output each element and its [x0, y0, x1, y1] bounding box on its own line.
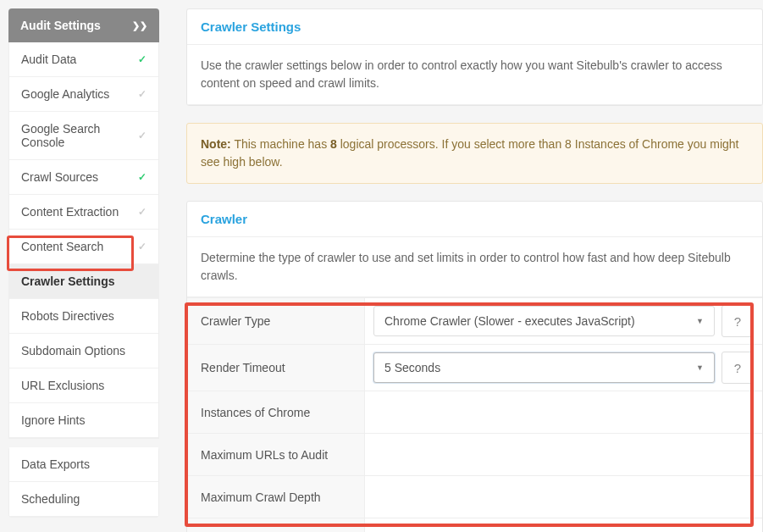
sidebar-item-label: Audit Data: [21, 53, 76, 66]
row-crawler-type: Crawler Type Chrome Crawler (Slower - ex…: [187, 297, 762, 344]
select-value: 5 Seconds: [384, 361, 440, 374]
label-max-urls: Maximum URLs to Audit: [187, 434, 365, 475]
sidebar-item-label: Ignore Hints: [21, 413, 85, 427]
check-icon: ✓: [138, 206, 147, 218]
select-render-timeout[interactable]: 5 Seconds ▼: [373, 352, 715, 383]
row-cookies: Enable Cookies ?: [187, 518, 762, 532]
sidebar-list-main: Audit Data✓Google Analytics✓Google Searc…: [8, 42, 159, 439]
label-instances: Instances of Chrome: [187, 391, 365, 433]
sidebar-item[interactable]: Data Exports: [9, 447, 158, 482]
sidebar-item[interactable]: Scheduling: [9, 482, 158, 517]
panel-crawler-settings: Crawler Settings Use the crawler setting…: [186, 8, 763, 106]
panel-desc: Use the crawler settings below in order …: [187, 45, 762, 105]
sidebar-item-label: Content Search: [21, 240, 103, 253]
note-text-a: This machine has: [231, 137, 330, 151]
sidebar-item[interactable]: URL Exclusions: [9, 369, 158, 403]
sidebar-item[interactable]: Crawl Sources✓: [9, 160, 158, 195]
check-icon: ✓: [138, 53, 147, 65]
sidebar-item-label: Subdomain Options: [21, 344, 125, 357]
label-max-depth: Maximum Crawl Depth: [187, 476, 365, 518]
label-cookies: Enable Cookies ?: [187, 518, 365, 532]
caret-down-icon: ▼: [696, 363, 704, 372]
check-icon: ✓: [138, 130, 147, 141]
sidebar-item-label: Data Exports: [21, 457, 90, 471]
sidebar-item-label: Scheduling: [21, 492, 80, 506]
crawler-panel-title: Crawler: [187, 202, 762, 237]
row-max-urls: Maximum URLs to Audit: [187, 433, 762, 475]
sidebar-item[interactable]: Crawler Settings: [9, 264, 158, 299]
chevron-down-icon: ❯❯: [132, 20, 147, 31]
main-content: Crawler Settings Use the crawler setting…: [168, 0, 763, 532]
sidebar-item[interactable]: Ignore Hints: [9, 403, 158, 438]
sidebar-item-label: Google Search Console: [21, 122, 138, 149]
sidebar-header[interactable]: Audit Settings ❯❯: [8, 8, 159, 42]
check-icon: ✓: [138, 241, 147, 252]
sidebar-item-label: Google Analytics: [21, 87, 109, 101]
note-bold: 8: [330, 137, 337, 151]
row-instances: Instances of Chrome: [187, 391, 762, 433]
note-prefix: Note:: [201, 137, 231, 151]
sidebar-item-label: Crawler Settings: [21, 274, 114, 288]
row-render-timeout: Render Timeout 5 Seconds ▼ ?: [187, 344, 762, 391]
sidebar-item[interactable]: Robots Directives: [9, 299, 158, 334]
sidebar: Audit Settings ❯❯ Audit Data✓Google Anal…: [0, 0, 168, 532]
sidebar-item-label: Robots Directives: [21, 309, 114, 323]
check-icon: ✓: [138, 88, 147, 100]
caret-down-icon: ▼: [696, 317, 704, 325]
sidebar-item-label: URL Exclusions: [21, 379, 104, 392]
note-box: Note: This machine has 8 logical process…: [186, 123, 763, 184]
select-crawler-type[interactable]: Chrome Crawler (Slower - executes JavaSc…: [373, 306, 715, 336]
row-max-depth: Maximum Crawl Depth: [187, 475, 762, 518]
sidebar-item[interactable]: Subdomain Options: [9, 334, 158, 369]
select-value: Chrome Crawler (Slower - executes JavaSc…: [384, 314, 635, 328]
panel-crawler: Crawler Determine the type of crawler to…: [186, 201, 763, 532]
panel-title: Crawler Settings: [187, 9, 762, 45]
sidebar-item[interactable]: Google Analytics✓: [9, 77, 158, 112]
crawler-panel-desc: Determine the type of crawler to use and…: [187, 237, 762, 297]
sidebar-item-label: Crawl Sources: [21, 170, 98, 184]
sidebar-header-label: Audit Settings: [20, 19, 101, 32]
label-crawler-type: Crawler Type: [187, 298, 365, 344]
sidebar-item-label: Content Extraction: [21, 205, 119, 219]
check-icon: ✓: [138, 171, 147, 183]
sidebar-item[interactable]: Content Search✓: [9, 230, 158, 264]
sidebar-item[interactable]: Content Extraction✓: [9, 195, 158, 230]
sidebar-list-secondary: Data ExportsScheduling: [8, 447, 159, 518]
help-button[interactable]: ?: [722, 305, 754, 337]
sidebar-item[interactable]: Audit Data✓: [9, 42, 158, 77]
label-render-timeout: Render Timeout: [187, 345, 365, 391]
sidebar-item[interactable]: Google Search Console✓: [9, 112, 158, 160]
help-button[interactable]: ?: [722, 352, 754, 384]
